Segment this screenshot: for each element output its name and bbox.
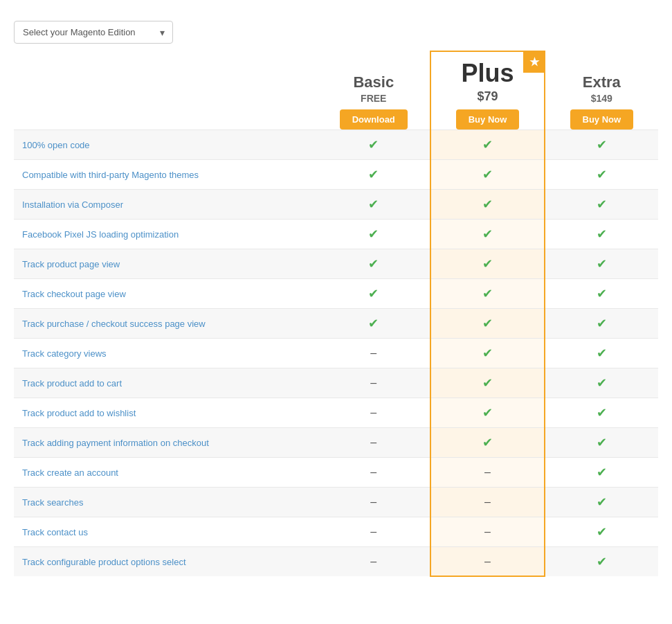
feature-plus-cell: ✔ xyxy=(430,309,544,339)
check-icon: ✔ xyxy=(482,436,493,449)
feature-label-cell: Track adding payment information on chec… xyxy=(14,428,317,458)
feature-label: Installation via Composer xyxy=(19,199,123,210)
feature-plus-cell: ✔ xyxy=(430,279,544,309)
feature-label: Track configurable product options selec… xyxy=(19,557,186,567)
feature-row: Track adding payment information on chec… xyxy=(14,428,658,458)
feature-row: Track create an account––✔ xyxy=(14,458,658,488)
feature-row: Track product add to wishlist–✔✔ xyxy=(14,398,658,428)
features-body: 100% open code✔✔✔Compatible with third-p… xyxy=(14,130,658,577)
feature-basic-cell: – xyxy=(317,517,430,547)
plus-plan-name: Plus xyxy=(438,59,536,88)
dash-icon: – xyxy=(370,526,376,537)
dash-icon: – xyxy=(370,347,376,359)
check-icon: ✔ xyxy=(597,436,607,449)
check-icon: ✔ xyxy=(597,406,607,420)
feature-extra-cell: ✔ xyxy=(545,428,658,458)
feature-label-cell: 100% open code xyxy=(14,130,317,160)
feature-plus-cell: – xyxy=(430,458,544,488)
feature-col-header xyxy=(14,51,317,130)
feature-extra-cell: ✔ xyxy=(545,279,658,309)
feature-extra-cell: ✔ xyxy=(545,160,658,190)
feature-row: Compatible with third-party Magento them… xyxy=(14,160,658,190)
feature-label: Track checkout page view xyxy=(19,289,126,299)
feature-basic-cell: – xyxy=(317,398,430,428)
feature-basic-cell: ✔ xyxy=(317,220,430,249)
check-icon: ✔ xyxy=(482,406,493,420)
feature-extra-cell: ✔ xyxy=(545,130,658,160)
feature-label: Track product page view xyxy=(19,259,120,269)
check-icon: ✔ xyxy=(597,197,607,211)
dash-icon: – xyxy=(484,496,491,508)
feature-extra-cell: ✔ xyxy=(545,190,658,220)
plan-plus-header: ★ Plus $79 Buy Now xyxy=(430,51,544,130)
dash-icon: – xyxy=(370,407,376,418)
check-icon: ✔ xyxy=(482,197,493,211)
extra-plan-header: Extra $149 Buy Now xyxy=(545,66,658,130)
check-icon: ✔ xyxy=(482,257,493,271)
feature-extra-cell: ✔ xyxy=(545,517,658,547)
dash-icon: – xyxy=(370,496,376,508)
page-wrapper: Select your Magento EditionMagento 2Mage… xyxy=(0,0,672,605)
feature-label: Track product add to cart xyxy=(19,378,122,389)
feature-label: 100% open code xyxy=(19,140,90,150)
feature-row: Track purchase / checkout success page v… xyxy=(14,309,658,339)
feature-plus-cell: – xyxy=(430,517,544,547)
check-icon: ✔ xyxy=(482,138,493,152)
check-icon: ✔ xyxy=(368,257,379,271)
check-icon: ✔ xyxy=(597,257,607,271)
feature-extra-cell: ✔ xyxy=(545,547,658,577)
basic-plan-header: Basic FREE Download xyxy=(317,66,430,130)
feature-row: Track configurable product options selec… xyxy=(14,547,658,577)
feature-plus-cell: ✔ xyxy=(430,249,544,279)
feature-basic-cell: – xyxy=(317,368,430,398)
extra-buy-button[interactable]: Buy Now xyxy=(570,109,634,130)
feature-basic-cell: – xyxy=(317,458,430,488)
dash-icon: – xyxy=(484,526,491,537)
check-icon: ✔ xyxy=(482,376,493,390)
feature-basic-cell: ✔ xyxy=(317,249,430,279)
basic-download-button[interactable]: Download xyxy=(340,109,408,130)
feature-basic-cell: ✔ xyxy=(317,130,430,160)
feature-label-cell: Track checkout page view xyxy=(14,279,317,309)
edition-select[interactable]: Select your Magento EditionMagento 2Mage… xyxy=(14,21,173,44)
feature-row: Track category views–✔✔ xyxy=(14,339,658,368)
check-icon: ✔ xyxy=(482,317,493,330)
feature-basic-cell: – xyxy=(317,339,430,368)
feature-plus-cell: – xyxy=(430,488,544,517)
check-icon: ✔ xyxy=(597,138,607,152)
feature-extra-cell: ✔ xyxy=(545,339,658,368)
feature-basic-cell: – xyxy=(317,547,430,577)
feature-row: Track product page view✔✔✔ xyxy=(14,249,658,279)
plus-buy-button[interactable]: Buy Now xyxy=(456,109,520,130)
check-icon: ✔ xyxy=(597,317,607,330)
feature-row: Facebook Pixel JS loading optimization✔✔… xyxy=(14,220,658,249)
feature-extra-cell: ✔ xyxy=(545,488,658,517)
feature-label-cell: Track product add to wishlist xyxy=(14,398,317,428)
feature-label-cell: Facebook Pixel JS loading optimization xyxy=(14,220,317,249)
pricing-table: Basic FREE Download ★ Plus $79 Buy Now xyxy=(14,51,658,577)
check-icon: ✔ xyxy=(368,138,379,152)
plus-plan-sub: $79 xyxy=(438,89,536,104)
feature-label-cell: Track product page view xyxy=(14,249,317,279)
top-section: Select your Magento EditionMagento 2Mage… xyxy=(14,14,658,44)
feature-plus-cell: ✔ xyxy=(430,220,544,249)
feature-extra-cell: ✔ xyxy=(545,368,658,398)
feature-plus-cell: ✔ xyxy=(430,190,544,220)
check-icon: ✔ xyxy=(482,227,493,241)
feature-plus-cell: ✔ xyxy=(430,368,544,398)
feature-row: Track product add to cart–✔✔ xyxy=(14,368,658,398)
feature-extra-cell: ✔ xyxy=(545,220,658,249)
feature-basic-cell: ✔ xyxy=(317,190,430,220)
check-icon: ✔ xyxy=(597,287,607,301)
dash-icon: – xyxy=(370,555,376,567)
feature-label-cell: Track configurable product options selec… xyxy=(14,547,317,577)
feature-basic-cell: – xyxy=(317,428,430,458)
feature-label: Track category views xyxy=(19,348,107,359)
check-icon: ✔ xyxy=(597,376,607,390)
feature-label-cell: Track contact us xyxy=(14,517,317,547)
feature-label: Compatible with third-party Magento them… xyxy=(19,170,199,180)
check-icon: ✔ xyxy=(597,495,607,509)
feature-label-cell: Track purchase / checkout success page v… xyxy=(14,309,317,339)
feature-basic-cell: – xyxy=(317,488,430,517)
feature-basic-cell: ✔ xyxy=(317,160,430,190)
